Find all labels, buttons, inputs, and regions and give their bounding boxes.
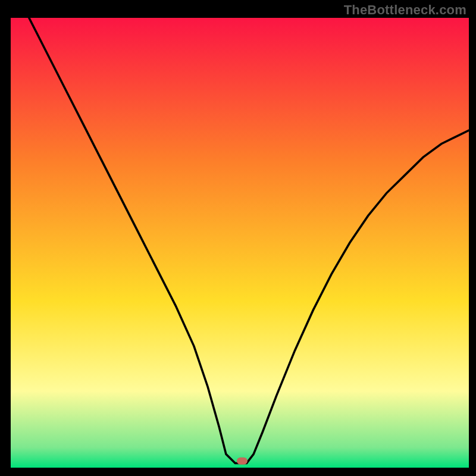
minimum-marker	[237, 458, 248, 465]
chart-svg	[11, 18, 469, 468]
gradient-background	[11, 18, 469, 468]
bottleneck-chart: TheBottleneck.com	[0, 0, 476, 476]
watermark-text: TheBottleneck.com	[344, 2, 466, 18]
plot-area	[11, 18, 469, 468]
